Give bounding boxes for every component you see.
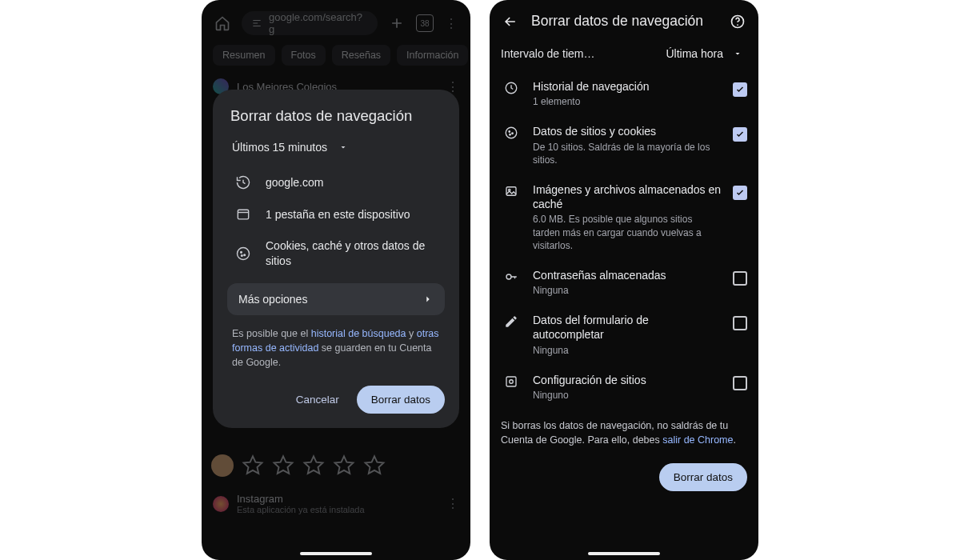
svg-point-2	[241, 251, 242, 253]
svg-point-14	[506, 274, 511, 279]
clear-data-button[interactable]: Borrar datos	[659, 463, 747, 491]
clear-data-button[interactable]: Borrar datos	[357, 386, 445, 414]
modal-disclaimer: Es posible que el historial de búsqueda …	[227, 315, 445, 373]
star-icon[interactable]	[363, 454, 386, 477]
more-options-button[interactable]: Más opciones	[227, 283, 445, 315]
sign-out-chrome-link[interactable]: salir de Chrome	[662, 434, 733, 446]
svg-point-16	[510, 380, 514, 384]
modal-actions: Cancelar Borrar datos	[227, 386, 445, 414]
feed-row-bottom: Instagram Esta aplicación ya está instal…	[202, 486, 470, 521]
clear-data-topbar: Borrar datos de navegación	[490, 0, 758, 36]
avatar	[213, 496, 229, 512]
modal-title: Borrar datos de navegación	[227, 107, 445, 125]
search-tab-fotos[interactable]: Fotos	[282, 45, 326, 66]
option-subtitle: 6.0 MB. Es posible que algunos sitios ta…	[533, 213, 722, 252]
more-options-label: Más opciones	[238, 293, 307, 306]
svg-rect-12	[506, 187, 516, 196]
phone-left: google.com/search?g 38 ⋮ Resumen Fotos R…	[202, 0, 470, 560]
modal-row-cookies-text: Cookies, caché y otros datos de sitios	[266, 238, 440, 269]
key-icon	[501, 268, 522, 284]
svg-rect-15	[506, 377, 516, 386]
feed-title: Instagram	[237, 493, 365, 505]
chevron-right-icon	[422, 294, 434, 305]
kebab-icon[interactable]: ⋮	[446, 496, 459, 511]
svg-point-1	[238, 247, 250, 259]
checkbox-on[interactable]	[733, 186, 747, 200]
phone-right: Borrar datos de navegación Intervalo de …	[490, 0, 758, 560]
time-range-label: Intervalo de tiem…	[501, 47, 595, 60]
svg-point-9	[509, 131, 510, 133]
svg-point-11	[510, 134, 511, 136]
back-icon[interactable]	[502, 14, 518, 30]
pencil-icon	[501, 313, 522, 329]
check-icon	[735, 188, 745, 198]
kebab-icon[interactable]: ⋮	[445, 16, 458, 31]
option-history[interactable]: Historial de navegación 1 elemento	[498, 71, 750, 116]
page-title: Borrar datos de navegación	[531, 13, 717, 30]
star-icon[interactable]	[333, 454, 355, 477]
phone-left-background-lower: Instagram Esta aplicación ya está instal…	[202, 450, 470, 521]
svg-point-10	[512, 133, 514, 134]
search-tab-resumen[interactable]: Resumen	[213, 45, 275, 66]
option-title: Historial de navegación	[533, 79, 722, 94]
nav-indicator	[300, 552, 372, 555]
chrome-topbar: google.com/search?g 38 ⋮	[202, 0, 470, 43]
home-icon[interactable]	[214, 15, 230, 31]
option-cookies[interactable]: Datos de sitios y cookies De 10 sitios. …	[498, 116, 750, 174]
feed-subtitle: Esta aplicación ya está instalada	[237, 505, 365, 514]
option-title: Imágenes y archivos almacenados en caché	[533, 182, 722, 211]
cancel-button[interactable]: Cancelar	[285, 386, 350, 414]
checkbox-on[interactable]	[733, 82, 747, 97]
chevron-down-icon	[733, 49, 742, 58]
option-title: Datos de sitios y cookies	[533, 124, 722, 138]
tabs-count: 38	[420, 19, 429, 28]
option-title: Configuración de sitios	[533, 373, 722, 387]
tabs-button[interactable]: 38	[416, 14, 434, 32]
option-autofill[interactable]: Datos del formulario de autocompletar Ni…	[498, 305, 750, 365]
modal-row-site-text: google.com	[266, 175, 323, 190]
tab-icon	[232, 206, 254, 222]
option-site-settings[interactable]: Configuración de sitios Ninguno	[498, 365, 750, 410]
plus-icon[interactable]	[389, 15, 405, 31]
option-subtitle: 1 elemento	[533, 95, 722, 108]
option-subtitle: Ninguno	[533, 389, 722, 402]
modal-row-tabs-text: 1 pestaña en este dispositivo	[266, 207, 410, 222]
clear-data-options: Historial de navegación 1 elemento Datos…	[490, 68, 758, 410]
star-row	[202, 450, 470, 482]
cookie-icon	[232, 246, 254, 262]
option-title: Datos del formulario de autocompletar	[533, 313, 722, 342]
check-icon	[735, 130, 745, 139]
tune-icon	[251, 18, 262, 29]
option-cache[interactable]: Imágenes y archivos almacenados en caché…	[498, 174, 750, 260]
option-subtitle: De 10 sitios. Saldrás de la mayoría de l…	[533, 141, 722, 166]
time-range-row[interactable]: Intervalo de tiem… Última hora	[490, 36, 758, 68]
checkbox-off[interactable]	[733, 376, 747, 390]
check-icon	[735, 85, 745, 94]
search-tab-resenas[interactable]: Reseñas	[332, 45, 390, 66]
option-title: Contraseñas almacenadas	[533, 268, 722, 282]
checkbox-off[interactable]	[733, 316, 747, 330]
time-range-value: Última hora	[666, 47, 723, 60]
svg-rect-0	[238, 210, 248, 219]
search-history-link[interactable]: historial de búsqueda	[311, 328, 406, 339]
help-icon[interactable]	[730, 14, 746, 30]
svg-point-3	[244, 254, 246, 256]
modal-row-cookies: Cookies, caché y otros datos de sitios	[227, 230, 445, 277]
clock-icon	[501, 79, 522, 95]
star-icon[interactable]	[302, 454, 325, 477]
clear-data-modal: Borrar datos de navegación Últimos 15 mi…	[213, 90, 459, 428]
checkbox-on[interactable]	[733, 127, 747, 142]
footer-note: Si borras los datos de navegación, no sa…	[490, 410, 758, 450]
address-bar[interactable]: google.com/search?g	[242, 11, 378, 35]
search-tab-info[interactable]: Información	[397, 45, 468, 66]
image-icon	[501, 182, 522, 198]
star-icon[interactable]	[272, 454, 294, 477]
modal-row-site: google.com	[227, 166, 445, 198]
star-icon[interactable]	[242, 454, 264, 477]
phone-left-background: google.com/search?g 38 ⋮ Resumen Fotos R…	[202, 0, 470, 101]
option-passwords[interactable]: Contraseñas almacenadas Ninguna	[498, 260, 750, 305]
checkbox-off[interactable]	[733, 271, 747, 286]
clear-data-action-row: Borrar datos	[490, 450, 758, 496]
time-range-dropdown[interactable]: Últimos 15 minutos	[227, 136, 445, 166]
time-range-value: Últimos 15 minutos	[232, 141, 327, 154]
